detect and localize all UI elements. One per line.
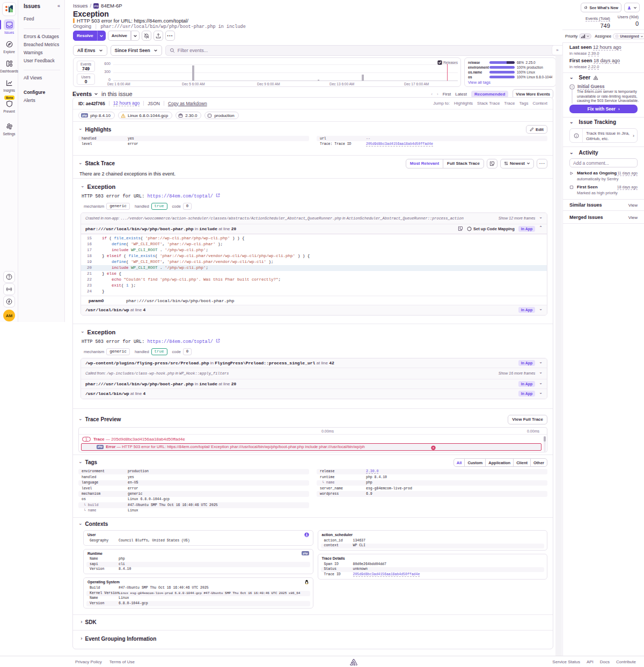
svg-text:Dec 1 6:00 AM: Dec 1 6:00 AM (107, 82, 130, 86)
svg-text:600: 600 (104, 62, 111, 65)
svg-text:Dec 17 6:00 AM: Dec 17 6:00 AM (404, 82, 429, 86)
svg-text:Dec 5 6:00 AM: Dec 5 6:00 AM (182, 82, 205, 86)
svg-text:0: 0 (108, 78, 111, 82)
svg-text:300: 300 (104, 70, 111, 74)
svg-text:Dec 9 6:00 AM: Dec 9 6:00 AM (257, 82, 280, 86)
svg-text:Dec 13 6:00 AM: Dec 13 6:00 AM (330, 82, 354, 86)
